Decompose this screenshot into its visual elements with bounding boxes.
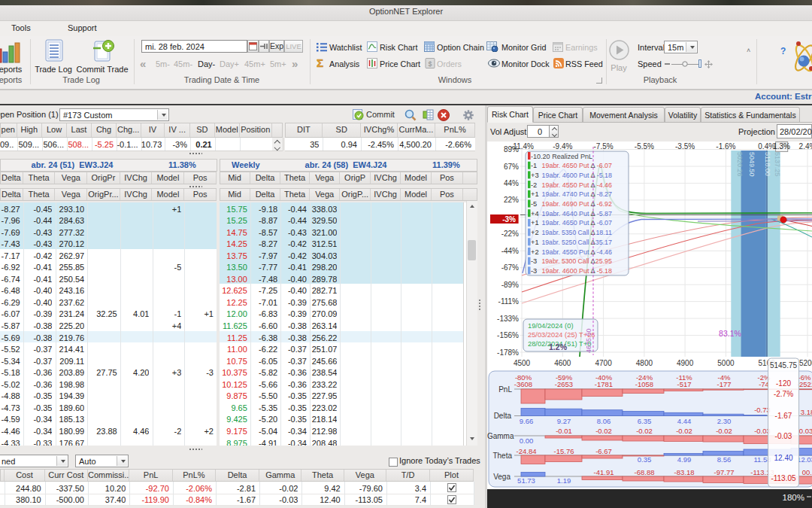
svg-text:-89%: -89% [501,281,519,289]
svg-text:-1058: -1058 [635,380,653,388]
svg-text:-120: -120 [776,379,791,388]
svg-text:0.03: 0.03 [799,427,812,435]
svg-text:PnL: PnL [498,385,512,394]
svg-text:4900: 4900 [677,359,694,367]
svg-text:-22%: -22% [501,230,519,238]
svg-text:-2653: -2653 [555,380,573,388]
svg-text:-3: -3 [531,257,537,265]
svg-text:25.95: 25.95 [595,257,612,265]
svg-text:-9.4%: -9.4% [553,142,572,151]
svg-text:-1.6%: -1.6% [716,142,735,151]
svg-text:+1: +1 [531,190,539,198]
svg-text:-2: -2 [531,181,537,189]
svg-text:Theta: Theta [492,452,512,460]
svg-text:19abr. 4740 Put: 19abr. 4740 Put [542,190,589,198]
svg-text:-6.07: -6.07 [597,162,612,169]
svg-text:19abr. 5250 Call: 19abr. 5250 Call [542,239,589,246]
svg-text:-5: -5 [531,200,537,208]
svg-text:4800: 4800 [636,359,653,367]
svg-text:6.35: 6.35 [638,417,652,425]
svg-text:19abr. 4690 Put: 19abr. 4690 Put [542,200,589,208]
svg-text:19abr. 4650 Put: 19abr. 4650 Put [542,162,589,169]
svg-text:-133%: -133% [497,315,519,323]
svg-text:19abr. 5350 Call: 19abr. 5350 Call [542,229,589,236]
svg-text:83.1%: 83.1% [719,329,741,338]
svg-text:-11.4%: -11.4% [511,142,534,151]
svg-text:19abr. 5300 Call: 19abr. 5300 Call [542,257,589,265]
svg-text:-4.46: -4.46 [597,181,612,189]
svg-text:+2: +2 [531,229,539,236]
svg-text:-517: -517 [677,380,691,388]
svg-text:-83.18: -83.18 [674,468,695,476]
svg-text:8.06: 8.06 [597,417,611,425]
svg-text:19abr. 4640 Put: 19abr. 4640 Put [542,210,589,217]
svg-text:-10.20 Realized PnL: -10.20 Realized PnL [531,153,592,160]
svg-text:Delta: Delta [494,412,512,420]
svg-text:-178%: -178% [497,348,519,357]
svg-text:2.4%: 2.4% [799,142,812,151]
svg-text:-111%: -111% [498,297,520,306]
svg-text:44%: 44% [504,179,519,187]
svg-text:4.44: 4.44 [677,417,692,425]
svg-text:-177: -177 [717,380,731,388]
svg-text:19abr. 4650 Put: 19abr. 4650 Put [542,219,589,227]
svg-text:19abr. 4550 Put: 19abr. 4550 Put [542,181,589,189]
svg-text:-0.02: -0.02 [676,427,692,435]
svg-text:-1781: -1781 [595,380,613,388]
svg-text:-6.07: -6.07 [597,219,612,227]
svg-text:-0.02: -0.02 [595,427,612,435]
svg-text:-0.01: -0.01 [556,427,572,435]
svg-text:-0.03: -0.03 [775,432,792,440]
svg-text:Gamma: Gamma [487,432,514,440]
svg-text:$: $ [428,60,432,68]
svg-text:-1: -1 [531,162,537,169]
svg-text:-156%: -156% [497,331,519,339]
svg-text:-2.7%: -2.7% [774,390,793,398]
svg-text:0.35: 0.35 [638,455,652,464]
svg-text:+4: +4 [531,210,539,217]
svg-text:-6.67: -6.67 [595,447,612,455]
svg-text:5200: 5200 [799,359,812,367]
svg-text:51.73: 51.73 [517,476,535,485]
svg-text:-1.67: -1.67 [775,412,792,420]
svg-text:-5.87: -5.87 [597,210,612,217]
svg-text:5137.25: 5137.25 [774,152,781,177]
svg-text:0.00: 0.00 [520,437,534,445]
svg-text:9.27: 9.27 [557,417,571,425]
svg-text:5118.00: 5118.00 [764,152,771,176]
svg-text:4500: 4500 [514,359,531,367]
svg-text:-41.91: -41.91 [594,468,614,476]
svg-text:-6.92: -6.92 [597,200,612,208]
svg-text:19abr. 4600 Put: 19abr. 4600 Put [542,267,589,275]
svg-text:4700: 4700 [595,359,612,367]
svg-text:19/04/2024 (0): 19/04/2024 (0) [528,322,573,330]
svg-text:-74: -74 [759,380,769,388]
svg-text:1.2%: 1.2% [549,342,568,351]
svg-text:-0.02: -0.02 [716,427,732,435]
svg-text:1.19: 1.19 [557,476,571,485]
svg-text:5020.26: 5020.26 [736,152,744,177]
svg-text:12.40: 12.40 [774,454,792,462]
svg-text:19abr. 4600 Put: 19abr. 4600 Put [542,172,589,179]
svg-text:-8.27: -8.27 [597,190,612,198]
svg-text:-4.46: -4.46 [597,248,612,256]
svg-text:-3%: -3% [502,215,516,224]
svg-text:35.17: 35.17 [595,239,612,246]
svg-text:Σ: Σ [317,57,323,69]
svg-text:+3: +3 [531,172,539,179]
svg-text:-3608: -3608 [514,380,532,388]
svg-text:2.30: 2.30 [717,417,732,425]
svg-text:67%: 67% [504,163,519,171]
svg-text:+1: +1 [531,219,539,227]
svg-text:8.56: 8.56 [717,455,732,464]
svg-text:4675.50: 4675.50 [585,328,592,353]
svg-text:-113.05: -113.05 [771,474,796,482]
svg-text:-3: -3 [531,267,537,275]
svg-text:-0.02: -0.02 [636,427,653,435]
svg-text:5145.75: 5145.75 [770,361,798,370]
svg-text:00.6: 00.6 [802,468,812,476]
svg-text:22%: 22% [504,196,519,204]
svg-text:-44%: -44% [501,247,519,255]
svg-text:-15.76: -15.76 [554,447,574,455]
svg-text:-7.5%: -7.5% [594,142,614,151]
